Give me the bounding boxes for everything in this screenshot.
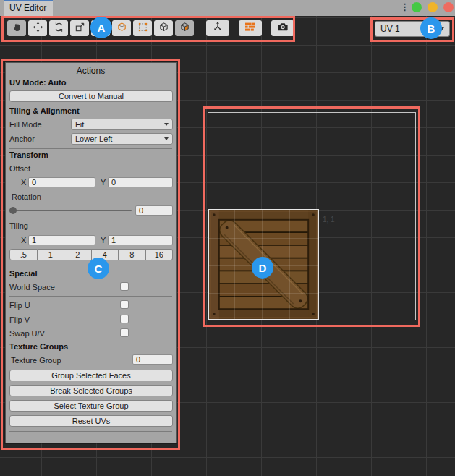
uv-coordinate-label: 1, 1 — [323, 216, 335, 224]
offset-x-field[interactable]: 0 — [28, 177, 95, 187]
special-header: Special — [9, 269, 38, 278]
texture-group-label: Texture Group — [11, 356, 61, 365]
uv-grid-canvas[interactable]: UV 1 — [0, 16, 455, 476]
chevron-down-icon — [164, 123, 169, 126]
actions-panel: Actions UV Mode: Auto Convert to Manual … — [5, 62, 177, 443]
uv-editor-tab[interactable]: UV Editor — [4, 0, 53, 16]
preset-button[interactable]: 1 — [38, 249, 65, 260]
flip-u-checkbox[interactable] — [120, 300, 129, 309]
badge-b: B — [420, 17, 442, 39]
move-tool-button[interactable] — [28, 20, 47, 36]
offset-y-field[interactable]: 0 — [108, 177, 173, 187]
window-menu-icon[interactable]: ⋮ — [400, 1, 409, 12]
divider — [9, 148, 172, 149]
scale-tool-button[interactable] — [70, 20, 89, 36]
fill-mode-label: Fill Mode — [9, 120, 42, 129]
rotate-tool-button[interactable] — [49, 20, 68, 36]
world-space-checkbox[interactable] — [120, 282, 129, 291]
preset-button[interactable]: 8 — [119, 249, 146, 260]
texture-groups-header: Texture Groups — [9, 342, 68, 351]
cube-icon — [158, 22, 169, 35]
edge-cube-icon — [116, 22, 127, 35]
edge-selection-button[interactable] — [112, 20, 131, 36]
rotation-slider-thumb[interactable] — [9, 207, 17, 214]
panel-title: Actions — [6, 66, 176, 76]
swap-uv-label: Swap U/V — [9, 329, 45, 338]
fill-mode-dropdown[interactable]: Fit — [71, 119, 173, 130]
window-dot-yellow-icon[interactable] — [428, 2, 438, 12]
pan-tool-button[interactable] — [7, 20, 26, 36]
break-selected-groups-button[interactable]: Break Selected Groups — [9, 385, 173, 396]
flip-v-checkbox[interactable] — [120, 315, 129, 323]
split-uvs-button[interactable] — [206, 20, 229, 36]
tiling-x-field[interactable]: 1 — [28, 235, 95, 245]
element-selection-button[interactable] — [154, 20, 173, 36]
move-arrows-icon — [33, 22, 43, 35]
bricks-icon — [244, 21, 256, 35]
texture-group-field[interactable]: 0 — [132, 354, 173, 365]
anchor-value: Lower Left — [75, 135, 112, 143]
chevron-down-icon — [164, 137, 169, 140]
title-bar: UV Editor ⋮ — [0, 0, 455, 16]
fill-mode-value: Fit — [75, 120, 84, 129]
dashed-rect-icon — [137, 22, 148, 35]
split-arrows-icon — [212, 21, 224, 35]
camera-icon — [277, 21, 289, 35]
window-dot-red-icon[interactable] — [443, 2, 454, 12]
badge-c: C — [88, 258, 109, 279]
flip-u-label: Flip U — [9, 301, 30, 310]
rotation-value-field[interactable]: 0 — [135, 205, 173, 216]
window-dot-green-icon[interactable] — [412, 2, 422, 12]
uv-channel-value: UV 1 — [380, 24, 400, 34]
rotation-label: Rotation — [12, 192, 41, 201]
tiling-presets: .5 1 2 4 8 16 — [9, 249, 173, 260]
transform-header: Transform — [9, 150, 48, 159]
divider — [9, 431, 172, 432]
badge-a: A — [90, 17, 112, 38]
tiling-label: Tiling — [9, 221, 28, 230]
tiling-alignment-header: Tiling & Alignment — [9, 106, 80, 115]
offset-y-label: Y — [101, 178, 106, 187]
hand-icon — [12, 22, 22, 35]
divider — [9, 296, 172, 297]
face-selection-button[interactable] — [175, 20, 194, 36]
group-selected-faces-button[interactable]: Group Selected Faces — [9, 370, 173, 381]
offset-x-label: X — [21, 178, 26, 187]
swap-uv-checkbox[interactable] — [120, 328, 129, 337]
flip-v-label: Flip V — [9, 315, 30, 324]
render-uv-template-button[interactable] — [271, 20, 294, 36]
texture-preview-button[interactable] — [239, 20, 262, 36]
reset-uvs-button[interactable]: Reset UVs — [9, 415, 173, 427]
uv-mode-label: UV Mode: Auto — [9, 78, 66, 87]
badge-d: D — [252, 257, 273, 279]
anchor-label: Anchor — [9, 135, 35, 143]
rotate-icon — [54, 22, 64, 35]
convert-to-manual-button[interactable]: Convert to Manual — [9, 90, 173, 102]
offset-label: Offset — [9, 164, 30, 173]
tiling-y-field[interactable]: 1 — [108, 235, 173, 245]
world-space-label: World Space — [9, 283, 55, 292]
scale-icon — [75, 22, 85, 35]
anchor-dropdown[interactable]: Lower Left — [71, 133, 173, 145]
tiling-x-label: X — [21, 236, 26, 245]
face-cube-icon — [179, 22, 190, 35]
tiling-y-label: Y — [101, 236, 106, 245]
rect-selection-button[interactable] — [133, 20, 152, 36]
window-title: UV Editor — [9, 3, 46, 13]
preset-button[interactable]: 16 — [146, 249, 174, 260]
select-texture-group-button[interactable]: Select Texture Group — [9, 400, 173, 412]
preset-button[interactable]: 2 — [64, 249, 92, 260]
preset-button[interactable]: .5 — [9, 249, 38, 260]
rotation-slider[interactable] — [12, 210, 132, 211]
